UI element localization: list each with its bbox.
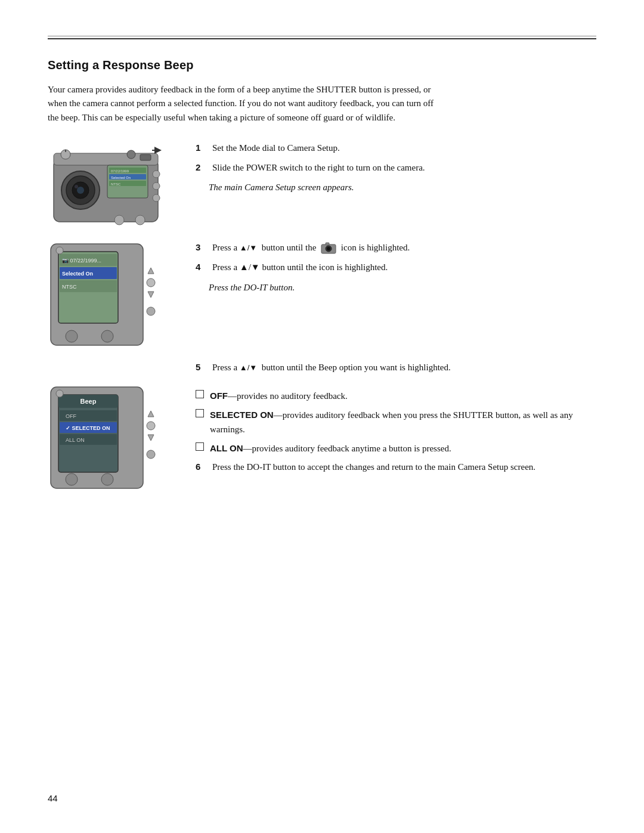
svg-point-38 bbox=[56, 247, 63, 254]
svg-point-57 bbox=[66, 473, 78, 485]
svg-point-22 bbox=[135, 215, 145, 225]
step-row-bullets: Beep OFF ✓ SELECTED ON ALL ON bbox=[48, 384, 596, 497]
page-container: Setting a Response Beep Your camera prov… bbox=[0, 0, 644, 833]
svg-point-21 bbox=[114, 215, 124, 225]
note-2: Press the DO-IT button. bbox=[196, 281, 596, 299]
svg-point-37 bbox=[101, 330, 113, 342]
bullet-off-label: OFF bbox=[210, 391, 228, 401]
camera-svg-2: 📷 07/22/1999... Selected On NTSC bbox=[48, 241, 167, 351]
content-area: 07/22/1999 Selected On NTSC bbox=[48, 141, 596, 504]
svg-text:NTSC: NTSC bbox=[111, 182, 121, 186]
svg-text:ALL ON: ALL ON bbox=[66, 437, 85, 443]
svg-point-20 bbox=[153, 194, 160, 202]
bullet-off: OFF—provides no auditory feedback. bbox=[196, 389, 596, 403]
camera-svg-1: 07/22/1999 Selected On NTSC bbox=[48, 141, 167, 234]
step-row-1: 07/22/1999 Selected On NTSC bbox=[48, 141, 596, 234]
camera-image-3: Beep OFF ✓ SELECTED ON ALL ON bbox=[48, 384, 179, 497]
svg-point-56 bbox=[147, 450, 155, 459]
step-4: 4 Press a ▲/▼ button until the icon is h… bbox=[196, 261, 596, 274]
svg-marker-54 bbox=[148, 435, 154, 441]
svg-point-19 bbox=[153, 182, 160, 190]
svg-point-59 bbox=[56, 390, 63, 397]
svg-point-55 bbox=[147, 422, 155, 430]
svg-point-58 bbox=[101, 473, 113, 485]
steps-col-5: 5 Press a ▲/▼ button until the Beep opti… bbox=[196, 361, 596, 380]
step-1: 1 Set the Mode dial to Camera Setup. bbox=[196, 141, 596, 155]
intro-paragraph: Your camera provides auditory feedback i… bbox=[48, 83, 441, 125]
svg-point-6 bbox=[75, 185, 78, 188]
svg-text:📷 07/22/1999...: 📷 07/22/1999... bbox=[62, 257, 101, 264]
svg-point-5 bbox=[77, 187, 84, 194]
checkbox-off bbox=[196, 390, 204, 398]
bullet-selected-on: SELECTED ON—provides auditory feedback w… bbox=[196, 408, 596, 436]
top-border bbox=[48, 36, 596, 39]
up-down-arrow: ▲/▼ bbox=[240, 242, 257, 254]
svg-marker-33 bbox=[148, 292, 154, 298]
checkbox-all-on bbox=[196, 442, 204, 451]
bullet-all-on-label: ALL ON bbox=[210, 443, 243, 453]
svg-marker-32 bbox=[148, 268, 154, 274]
svg-point-18 bbox=[153, 171, 160, 178]
checkbox-selected-on bbox=[196, 409, 204, 417]
note-1: The main Camera Setup screen appears. bbox=[196, 181, 596, 199]
svg-text:OFF: OFF bbox=[66, 413, 76, 419]
camera-inline-icon bbox=[320, 241, 337, 255]
svg-rect-42 bbox=[326, 243, 329, 245]
up-down-arrow-2: ▲/▼ bbox=[240, 362, 257, 374]
svg-text:Selected On: Selected On bbox=[111, 176, 131, 179]
camera-image-2: 📷 07/22/1999... Selected On NTSC bbox=[48, 241, 179, 354]
camera-svg-3: Beep OFF ✓ SELECTED ON ALL ON bbox=[48, 384, 167, 494]
svg-point-36 bbox=[66, 330, 78, 342]
step-row-2: 📷 07/22/1999... Selected On NTSC bbox=[48, 241, 596, 354]
bullet-all-on: ALL ON—provides auditory feedback anytim… bbox=[196, 441, 596, 456]
step-6: 6 Press the DO-IT button to accept the c… bbox=[196, 460, 596, 474]
step-3: 3 Press a ▲/▼ button until the icon is h… bbox=[196, 241, 596, 255]
page-number: 44 bbox=[48, 793, 58, 803]
svg-rect-14 bbox=[140, 154, 151, 160]
svg-text:Selected On: Selected On bbox=[62, 271, 93, 277]
svg-text:07/22/1999: 07/22/1999 bbox=[111, 169, 129, 173]
steps-col-1: 1 Set the Mode dial to Camera Setup. 2 S… bbox=[196, 141, 596, 205]
step-row-5: 5 Press a ▲/▼ button until the Beep opti… bbox=[48, 361, 596, 380]
bullets-col: OFF—provides no auditory feedback. SELEC… bbox=[196, 384, 596, 480]
camera-image-1: 07/22/1999 Selected On NTSC bbox=[48, 141, 179, 234]
svg-text:Beep: Beep bbox=[80, 398, 97, 405]
step-5: 5 Press a ▲/▼ button until the Beep opti… bbox=[196, 361, 596, 374]
svg-text:✓ SELECTED ON: ✓ SELECTED ON bbox=[66, 425, 110, 431]
svg-text:NTSC: NTSC bbox=[62, 284, 77, 290]
svg-point-35 bbox=[147, 307, 155, 315]
svg-marker-53 bbox=[148, 411, 154, 417]
svg-point-15 bbox=[127, 150, 135, 159]
bullet-list: OFF—provides no auditory feedback. SELEC… bbox=[196, 389, 596, 456]
bullet-selected-on-label: SELECTED ON bbox=[210, 410, 274, 420]
step-2: 2 Slide the POWER switch to the right to… bbox=[196, 161, 596, 175]
svg-point-41 bbox=[327, 247, 330, 250]
page-title: Setting a Response Beep bbox=[48, 58, 596, 72]
steps-col-2: 3 Press a ▲/▼ button until the icon is h… bbox=[196, 241, 596, 305]
svg-point-34 bbox=[147, 278, 155, 287]
